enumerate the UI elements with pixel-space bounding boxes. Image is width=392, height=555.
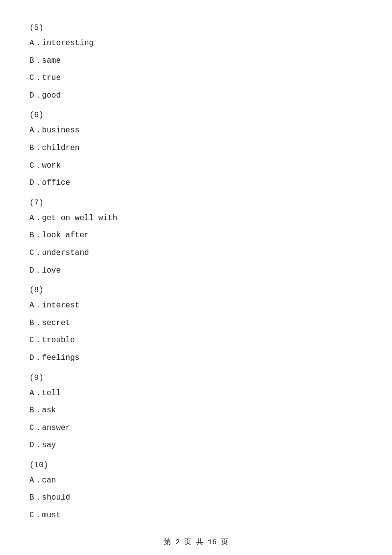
option-q10-0: A．can <box>29 475 363 487</box>
option-q6-2: C．work <box>29 160 363 173</box>
question-number-8: (8) <box>29 286 363 295</box>
option-q8-0: A．interest <box>29 300 363 312</box>
option-q5-1: B．same <box>29 55 363 68</box>
footer-text: 第 2 页 共 16 页 <box>164 538 228 547</box>
option-q7-0: A．get on well with <box>29 212 363 225</box>
option-q7-2: C．understand <box>29 247 363 260</box>
option-q8-3: D．feelings <box>29 352 363 365</box>
option-q5-3: D．good <box>29 90 363 102</box>
option-q10-1: B．should <box>29 492 363 505</box>
option-q9-2: C．answer <box>29 422 363 435</box>
page-content: (5)A．interestingB．sameC．trueD．good(6)A．b… <box>0 0 392 555</box>
option-q8-2: C．trouble <box>29 334 363 347</box>
option-q9-3: D．say <box>29 439 363 452</box>
option-q6-0: A．business <box>29 125 363 137</box>
option-q10-2: C．must <box>29 509 363 522</box>
option-q5-2: C．true <box>29 72 363 85</box>
option-q7-3: D．love <box>29 265 363 278</box>
option-q9-0: A．tell <box>29 387 363 400</box>
option-q7-1: B．look after <box>29 229 363 242</box>
question-number-10: (10) <box>29 461 363 470</box>
question-number-7: (7) <box>29 199 363 207</box>
question-number-9: (9) <box>29 374 363 382</box>
option-q5-0: A．interesting <box>29 37 363 50</box>
option-q6-3: D．office <box>29 177 363 190</box>
option-q8-1: B．secret <box>29 317 363 330</box>
question-number-6: (6) <box>29 111 363 120</box>
question-number-5: (5) <box>29 24 363 32</box>
page-footer: 第 2 页 共 16 页 <box>0 537 392 547</box>
option-q6-1: B．children <box>29 142 363 155</box>
option-q9-1: B．ask <box>29 404 363 417</box>
